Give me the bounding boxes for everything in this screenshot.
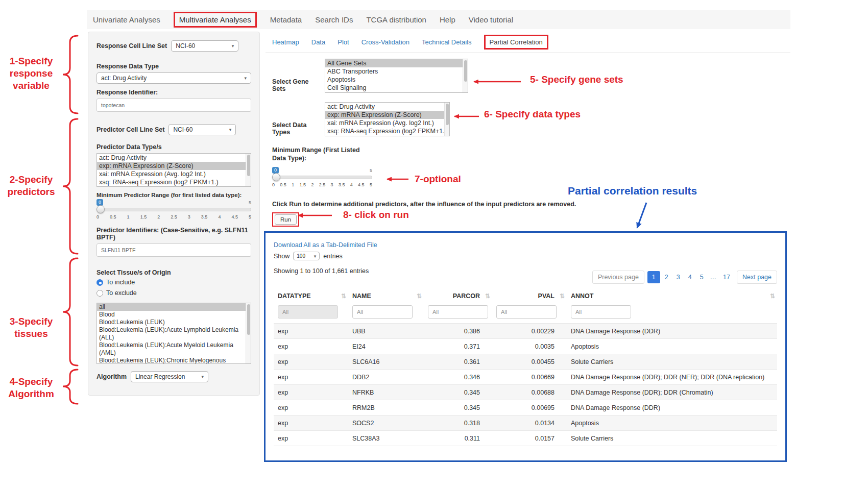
predictor-data-type-option[interactable]: exp: mRNA Expression (Z-Score): [97, 162, 251, 170]
scrollbar-thumb[interactable]: [464, 60, 467, 82]
radio-unselected-icon: [97, 290, 103, 297]
tissue-option[interactable]: all: [97, 303, 251, 311]
tab-heatmap[interactable]: Heatmap: [272, 38, 299, 46]
tick-label: 3: [331, 182, 333, 187]
scrollbar-thumb[interactable]: [247, 304, 250, 335]
tab-technical-details[interactable]: Technical Details: [422, 38, 472, 46]
page-button-1[interactable]: 1: [647, 271, 660, 283]
page-button-2[interactable]: 2: [661, 271, 672, 283]
page-button-4[interactable]: 4: [685, 271, 695, 283]
tab-data[interactable]: Data: [311, 38, 325, 46]
header-row: DATATYPE⇅ NAME⇅ PARCOR⇅ PVAL⇅ ANNOT⇅: [274, 288, 777, 304]
column-header-parcor[interactable]: PARCOR⇅: [424, 288, 492, 304]
min-predictor-range-slider[interactable]: 0 5 0 0.5 1 1.5 2 2.5 3 3.5 4 4.5 5: [97, 199, 251, 223]
tab-cross-validation[interactable]: Cross-Validation: [361, 38, 409, 46]
slider-handle[interactable]: [272, 173, 280, 181]
gene-set-option[interactable]: Apoptosis: [325, 76, 468, 84]
minimum-range-slider[interactable]: 0 5 0 0.5 1 1.5 2 2.5 3 3.5 4 4.5 5: [272, 167, 372, 190]
slider-handle[interactable]: [97, 205, 105, 213]
entries-label: entries: [323, 253, 343, 260]
annotation-step-4: 4-Specify Algorithm: [3, 376, 59, 400]
next-page-button[interactable]: Next page: [737, 271, 777, 284]
tissue-option[interactable]: Blood:Leukemia (LEUK):Chronic Myelogenou…: [97, 357, 251, 364]
data-type-option[interactable]: xsq: RNA-seq Expression (log2 FPKM+1.): [325, 127, 449, 135]
column-header-datatype[interactable]: DATATYPE⇅: [274, 288, 348, 304]
slider-track[interactable]: [97, 208, 251, 211]
data-type-option[interactable]: exp: mRNA Expression (Z-Score): [325, 111, 449, 119]
filter-input-name[interactable]: [352, 305, 413, 319]
column-header-annot[interactable]: ANNOT⇅: [567, 288, 777, 304]
data-type-option[interactable]: act: Drug Activity: [325, 103, 449, 111]
column-header-pval[interactable]: PVAL⇅: [492, 288, 567, 304]
filter-input-pval[interactable]: [496, 305, 557, 319]
nav-metadata[interactable]: Metadata: [270, 15, 302, 24]
nav-tcga-distribution[interactable]: TCGA distribution: [366, 15, 426, 24]
tab-partial-correlation[interactable]: Partial Correlation: [484, 35, 548, 50]
tissue-option[interactable]: Blood:Leukemia (LEUK):Acute Myeloid Leuk…: [97, 341, 251, 357]
show-entries-select[interactable]: 100 ▾: [293, 252, 320, 260]
scrollbar[interactable]: [463, 59, 468, 92]
predictor-data-type-option[interactable]: act: Drug Activity: [97, 154, 251, 162]
response-cell-line-set-value: NCI-60: [176, 42, 195, 50]
cell-parcor: 0.371: [424, 339, 492, 354]
nav-univariate-analyses[interactable]: Univariate Analyses: [93, 15, 160, 24]
cell-parcor: 0.346: [424, 370, 492, 385]
predictor-data-type-option[interactable]: xai: mRNA Expression (Avg. log2 Int.): [97, 170, 251, 178]
scrollbar[interactable]: [246, 303, 251, 363]
nav-search-ids[interactable]: Search IDs: [315, 15, 353, 24]
tick-label: 0: [97, 214, 99, 219]
slider-track[interactable]: [272, 176, 372, 179]
run-button[interactable]: Run: [275, 214, 297, 225]
tissue-option[interactable]: Blood: [97, 311, 251, 319]
nav-help[interactable]: Help: [440, 15, 455, 24]
sort-icon[interactable]: ⇅: [770, 292, 775, 300]
results-table: DATATYPE⇅ NAME⇅ PARCOR⇅ PVAL⇅ ANNOT⇅: [274, 288, 777, 446]
table-row: exp SLC6A16 0.361 0.00455 Solute Carrier…: [274, 354, 777, 370]
column-header-name[interactable]: NAME⇅: [348, 288, 424, 304]
filter-input-annot[interactable]: [571, 305, 631, 319]
brace-step-1: [63, 36, 78, 113]
cell-datatype: exp: [274, 339, 348, 354]
algorithm-select[interactable]: Linear Regression ▾: [131, 371, 208, 382]
sort-icon[interactable]: ⇅: [485, 292, 490, 300]
filter-input-datatype[interactable]: [278, 305, 338, 319]
predictor-data-type-option[interactable]: xsq: RNA-seq Expression (log2 FPKM+1.): [97, 178, 251, 186]
tick-label: 2: [311, 182, 314, 187]
response-cell-line-set-select[interactable]: NCI-60 ▾: [171, 40, 238, 52]
sort-icon[interactable]: ⇅: [417, 292, 422, 300]
gene-set-option[interactable]: ABC Transporters: [325, 67, 468, 76]
gene-set-option[interactable]: All Gene Sets: [325, 59, 468, 67]
previous-page-button[interactable]: Previous page: [592, 271, 644, 284]
data-type-option[interactable]: xai: mRNA Expression (Avg. log2 Int.): [325, 119, 449, 127]
gene-set-option[interactable]: Cell Signaling: [325, 84, 468, 92]
download-link[interactable]: Download All as a Tab-Delimited File: [274, 241, 377, 249]
nav-multivariate-analyses[interactable]: Multivariate Analyses: [174, 12, 257, 28]
tab-plot[interactable]: Plot: [337, 38, 349, 46]
filter-input-parcor[interactable]: [428, 305, 488, 319]
annotation-step-6: 6- Specify data types: [484, 109, 581, 120]
page-button-17[interactable]: 17: [719, 271, 734, 283]
slider-value-badge: 0: [272, 167, 279, 174]
response-data-type-select[interactable]: act: Drug Activity ▾: [97, 72, 251, 84]
page-button-3[interactable]: 3: [673, 271, 684, 283]
scrollbar-thumb[interactable]: [247, 155, 250, 176]
page-button-5[interactable]: 5: [696, 271, 707, 283]
response-cell-line-set-label: Response Cell Line Set: [97, 42, 167, 50]
sort-icon[interactable]: ⇅: [560, 292, 565, 300]
brace-step-3: [63, 258, 78, 365]
tick-label: 5: [370, 182, 372, 187]
scrollbar[interactable]: [246, 154, 251, 186]
sort-icon[interactable]: ⇅: [341, 292, 346, 300]
predictor-identifiers-input[interactable]: [97, 243, 251, 257]
nav-video-tutorial[interactable]: Video tutorial: [469, 15, 513, 24]
tissue-exclude-radio[interactable]: To exclude: [97, 289, 251, 297]
tick-label: 0.5: [280, 182, 286, 187]
scrollbar[interactable]: [444, 103, 449, 136]
scrollbar-thumb[interactable]: [446, 104, 449, 125]
run-block: Click Run to determine additional predic…: [272, 201, 576, 227]
tissue-include-radio[interactable]: To include: [97, 279, 251, 286]
predictor-cell-line-set-select[interactable]: NCI-60 ▾: [168, 124, 236, 135]
response-identifier-input[interactable]: [97, 99, 251, 112]
tissue-option[interactable]: Blood:Leukemia (LEUK):Acute Lymphoid Leu…: [97, 326, 251, 341]
tissue-option[interactable]: Blood:Leukemia (LEUK): [97, 319, 251, 326]
